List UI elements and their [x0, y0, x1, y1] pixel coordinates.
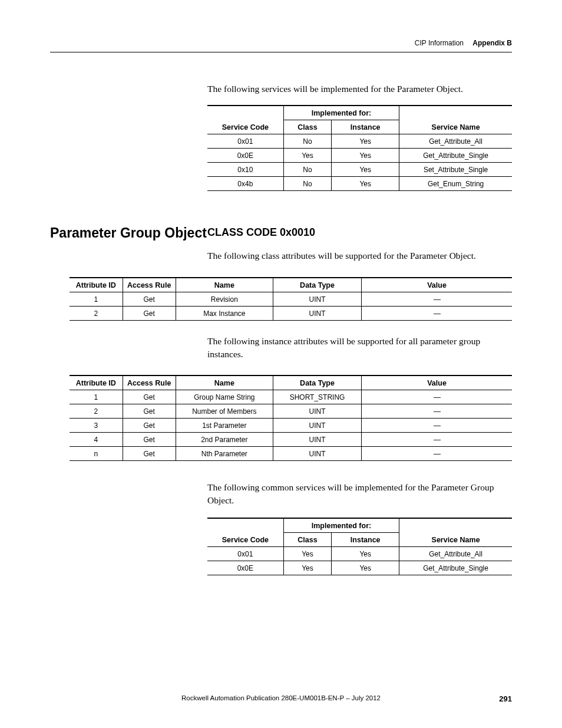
class-code-heading: CLASS CODE 0x0010: [207, 226, 512, 239]
table-row: 0x0E Yes Yes Get_Attribute_Single: [207, 561, 512, 575]
th-class: Class: [283, 533, 332, 547]
table-row: 3 Get 1st Parameter UINT —: [70, 419, 512, 433]
intro-para-1: The following services will be implement…: [207, 83, 512, 95]
para-class-attrs: The following class attributes will be s…: [207, 249, 512, 262]
th-name: Name: [176, 278, 273, 292]
th-attr-id: Attribute ID: [70, 375, 123, 390]
table-row: 1 Get Group Name String SHORT_STRING —: [70, 390, 512, 404]
table-row: 1 Get Revision UINT —: [70, 292, 512, 307]
page-footer: Rockwell Automation Publication 280E-UM0…: [50, 694, 512, 701]
th-data-type: Data Type: [273, 375, 361, 390]
header-appendix: Appendix B: [472, 39, 512, 47]
para-common-services: The following common services will be im…: [207, 481, 512, 506]
table-row: 0x4b No Yes Get_Enum_String: [207, 177, 512, 191]
services-table-2: Implemented for: Service Code Class Inst…: [207, 518, 512, 575]
th-instance: Instance: [332, 533, 399, 547]
table-row: 4 Get 2nd Parameter UINT —: [70, 433, 512, 447]
para-instance-attrs: The following instance attributes will b…: [207, 335, 512, 360]
table-row: 0x01 Yes Yes Get_Attribute_All: [207, 547, 512, 561]
th-instance: Instance: [332, 120, 399, 134]
th-service-code: Service Code: [207, 120, 283, 134]
section-heading: Parameter Group Object: [50, 225, 207, 241]
class-attrs-table: Attribute ID Access Rule Name Data Type …: [70, 277, 512, 321]
th-value: Value: [362, 375, 512, 390]
table-row: n Get Nth Parameter UINT —: [70, 447, 512, 461]
th-access-rule: Access Rule: [123, 375, 176, 390]
th-implemented-for: Implemented for:: [283, 518, 399, 533]
th-access-rule: Access Rule: [123, 278, 176, 292]
table-row: 0x10 No Yes Set_Attribute_Single: [207, 163, 512, 177]
th-attr-id: Attribute ID: [70, 278, 123, 292]
table-row: 2 Get Max Instance UINT —: [70, 307, 512, 321]
th-service-name: Service Name: [399, 533, 512, 547]
th-implemented-for: Implemented for:: [283, 106, 399, 120]
table-row: 0x0E Yes Yes Get_Attribute_Single: [207, 149, 512, 163]
th-name: Name: [176, 375, 273, 390]
th-value: Value: [362, 278, 512, 292]
th-class: Class: [283, 120, 332, 134]
table-row: 2 Get Number of Members UINT —: [70, 404, 512, 419]
th-data-type: Data Type: [273, 278, 361, 292]
page-header: CIP Information Appendix B: [50, 39, 512, 52]
services-table-1: Implemented for: Service Code Class Inst…: [207, 105, 512, 191]
instance-attrs-table: Attribute ID Access Rule Name Data Type …: [70, 375, 512, 461]
th-service-name: Service Name: [399, 120, 512, 134]
page-number: 291: [499, 694, 512, 703]
table-row: 0x01 No Yes Get_Attribute_All: [207, 134, 512, 149]
header-section: CIP Information: [415, 39, 464, 47]
footer-text: Rockwell Automation Publication 280E-UM0…: [181, 694, 381, 701]
th-service-code: Service Code: [207, 533, 283, 547]
